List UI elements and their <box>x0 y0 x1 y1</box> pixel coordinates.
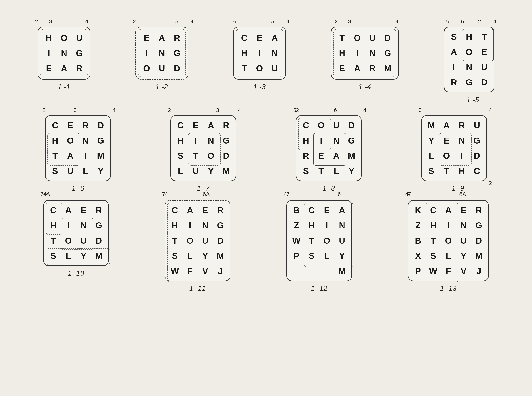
cell: M <box>344 148 359 163</box>
puzzle-label-1-6: 1 -6 <box>72 185 84 192</box>
sel-1-13 <box>426 203 458 282</box>
cell: G <box>380 46 395 61</box>
cell: R <box>91 203 106 218</box>
cell: R <box>219 118 234 133</box>
ann-4-1-8: 4 <box>363 107 367 113</box>
cell: L <box>424 148 439 163</box>
cell: D <box>469 148 485 163</box>
outer-box-1-6: C E R D H O N G T A I M S U L <box>45 115 111 181</box>
inner-relative-1-13: K C A E R Z H I N G B T O U D <box>410 203 487 279</box>
cell: D <box>380 30 395 46</box>
ann-2-1-1: 2 <box>35 18 38 25</box>
inner-dashed-1-1: H O U I N G E A R <box>40 29 88 77</box>
puzzle-wrapper-1-6: 2 3 4 C E R D H O N G T <box>45 115 111 181</box>
cell: D <box>471 233 487 248</box>
ann-6-1-12: 6 <box>338 191 341 198</box>
ann-3-1-6: 3 <box>74 107 77 113</box>
puzzle-wrapper-1-4: 2 3 4 T O U D H I N G E A R <box>331 27 399 80</box>
cell: M <box>93 148 108 163</box>
cell: E <box>252 30 267 46</box>
cell: W <box>289 233 304 248</box>
inner-relative-1-10: C A E R H I N G T O U D S L Y <box>45 203 106 263</box>
sel-left-1-11 <box>167 203 184 282</box>
outer-box-1-7: C E A R H I N G S T O D L U Y <box>170 115 236 181</box>
outer-box-1-2: E A R I N G O U D <box>136 27 188 80</box>
cell: A <box>182 203 198 218</box>
ann-4-1-6: 4 <box>113 107 116 113</box>
cell: N <box>456 218 471 233</box>
cell: O <box>252 61 267 76</box>
ann-6-1-3: 6 <box>233 18 236 25</box>
puzzle-label-1-12: 1 -12 <box>311 285 327 292</box>
outer-box-1-12: B C E A Z H I N W T O U P S L <box>286 200 352 281</box>
cell: A <box>57 61 72 76</box>
cell: N <box>154 46 170 61</box>
cell: S <box>47 163 63 179</box>
cell: R <box>446 75 462 90</box>
sel-1-9 <box>439 133 472 166</box>
cell: G <box>72 46 87 61</box>
ann-4-1-4: 4 <box>395 18 399 25</box>
ann-2-1-5: 2 <box>478 18 481 25</box>
cell: N <box>267 46 282 61</box>
cell: D <box>91 233 106 248</box>
cell: S <box>446 29 462 44</box>
outer-box-1-5: S H T A O E I N U R G D <box>444 27 494 93</box>
cell: K <box>410 203 426 218</box>
cell: A <box>350 61 365 76</box>
grid-1-2: E A R I N G O U D <box>139 30 185 76</box>
puzzle-label-1-3: 1 -3 <box>253 83 266 91</box>
puzzle-1-4: 2 3 4 T O U D H I N G E A R <box>331 27 399 91</box>
cell: R <box>72 61 87 76</box>
sel-1-6 <box>47 133 80 166</box>
ann-3-1-1: 3 <box>49 18 52 25</box>
puzzle-1-12: 4 7 6 B C E A Z H I N W T <box>286 200 352 292</box>
cell: N <box>365 46 380 61</box>
cell: X <box>410 248 426 263</box>
cell: I <box>139 46 154 61</box>
cell: P <box>410 263 426 279</box>
cell: N <box>78 133 93 148</box>
puzzle-1-1: 2 3 4 H O U I N G E A R <box>38 27 91 91</box>
ann-4a-1-10: 4A <box>43 191 50 198</box>
cell: D <box>344 118 359 133</box>
puzzle-label-1-2: 1 -2 <box>156 83 168 91</box>
cell: C <box>237 30 252 46</box>
puzzle-1-13: 4 7 6A 4 K C A E R Z H I <box>408 200 489 292</box>
ann-4-1-7: 4 <box>238 107 241 113</box>
cell: M <box>424 118 439 133</box>
ann-7-1-12: 7 <box>286 191 289 198</box>
cell: V <box>456 263 471 279</box>
cell: U <box>456 233 471 248</box>
cell: E <box>188 118 203 133</box>
inner-relative-1-6: C E R D H O N G T A I M S U L <box>47 118 108 179</box>
puzzle-wrapper-1-7: 2 3 4 C E A R H I N G S T <box>170 115 236 181</box>
ann-4-1-2: 4 <box>191 18 194 25</box>
cell: R <box>471 203 487 218</box>
cell: H <box>237 46 252 61</box>
puzzle-wrapper-1-13: 4 7 6A 4 K C A E R Z H I <box>408 200 489 281</box>
cell: E <box>76 203 91 218</box>
puzzle-label-1-1: 1 -1 <box>58 83 70 91</box>
grid-1-1: H O U I N G E A R <box>41 30 87 76</box>
cell: R <box>170 30 185 46</box>
cell: Z <box>410 218 426 233</box>
puzzle-1-11: 7 6A 4 C A E R H I N G T <box>165 200 231 292</box>
puzzle-1-9: 3 4 2 M A R U Y E N G L O <box>421 115 487 192</box>
cell: Y <box>93 163 108 179</box>
ann-2-1-4: 2 <box>334 18 338 25</box>
cell: T <box>237 61 252 76</box>
sel-inner-1-8 <box>313 133 346 166</box>
cell: G <box>91 218 106 233</box>
cell: E <box>334 61 350 76</box>
inner-relative-1-11: C A E R H I N G T O U D S L Y <box>167 203 228 279</box>
puzzle-1-2: 2 5 4 E A R I N G O U D <box>136 27 188 91</box>
sel-1-7 <box>188 133 221 166</box>
cell: D <box>219 148 234 163</box>
cell: G <box>213 218 228 233</box>
outer-box-1-11: C A E R H I N G T O U D S L Y <box>165 200 231 281</box>
cell: N <box>462 59 477 75</box>
cell: M <box>219 163 234 179</box>
outer-box-1-10: C A E R H I N G T O U D S L Y <box>43 200 109 266</box>
ann-2-1-9: 2 <box>489 180 492 186</box>
